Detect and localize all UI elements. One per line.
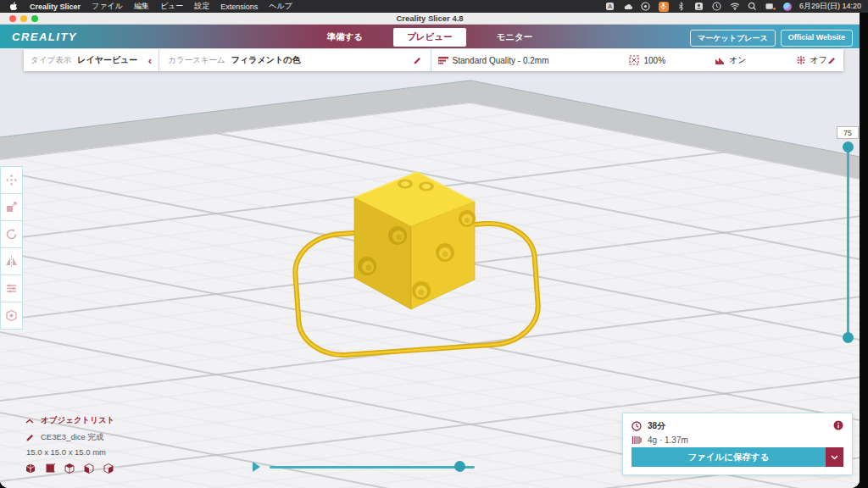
print-settings-section[interactable]: Standard Quality - 0.2mm 100% オン オフ (431, 49, 843, 71)
object-list: オブジェクトリスト CE3E3_dice 完成 15.0 x 15.0 x 15… (25, 415, 115, 474)
playback-track[interactable] (270, 466, 475, 469)
layer-slider-track[interactable] (847, 146, 849, 337)
fast-user-switch-icon[interactable] (765, 2, 776, 12)
per-model-settings-tool-button[interactable] (0, 275, 23, 302)
object-list-title: オブジェクトリスト (41, 415, 115, 426)
menubar-app-name[interactable]: Creality Slicer (30, 3, 81, 11)
window-title: Creality Slicer 4.8 (0, 14, 860, 23)
adhesion-icon (796, 55, 806, 65)
mirror-tool-button[interactable] (0, 248, 23, 275)
menu-extensions[interactable]: Extensions (220, 3, 258, 11)
view-type-section[interactable]: タイプ表示 レイヤービュー ‹ (24, 49, 159, 71)
menu-settings[interactable]: 設定 (194, 1, 209, 12)
view-right-icon[interactable] (103, 463, 114, 474)
chevron-down-icon (831, 455, 838, 460)
settings-toolbar: タイプ表示 レイヤービュー ‹ カラースキーム フィラメントの色 Standar… (24, 49, 843, 71)
save-dropdown-button[interactable] (826, 447, 843, 467)
tab-monitor[interactable]: モニター (488, 28, 542, 47)
adhesion-setting[interactable]: オフ (796, 54, 827, 66)
tab-preview[interactable]: プレビュー (393, 28, 465, 47)
clock-icon[interactable] (712, 2, 722, 12)
view-left-icon[interactable] (84, 463, 94, 474)
save-button-group: ファイルに保存する (632, 447, 843, 467)
model-tools (0, 166, 22, 330)
playback-handle[interactable] (454, 461, 465, 472)
support-setting[interactable]: オン (715, 54, 746, 66)
menu-help[interactable]: ヘルプ (269, 1, 292, 12)
support-icon (715, 56, 725, 65)
apple-icon[interactable] (8, 2, 19, 12)
display-icon[interactable] (694, 2, 704, 12)
save-to-file-button[interactable]: ファイルに保存する (632, 447, 826, 467)
menubar-datetime[interactable]: 6月29日(日) 14:20 (799, 1, 861, 12)
infill-setting[interactable]: 100% (629, 55, 665, 65)
mic-icon[interactable] (659, 2, 669, 12)
color-scheme-value[interactable]: フィラメントの色 (231, 54, 301, 66)
marketplace-button[interactable]: マーケットプレース (690, 30, 775, 47)
search-icon[interactable] (748, 2, 758, 12)
print-info-panel: 38分 4g · 1.37m ファイルに保存する (622, 413, 853, 475)
info-icon[interactable] (833, 420, 843, 432)
color-scheme-label: カラースキーム (168, 55, 225, 66)
play-icon[interactable] (253, 462, 260, 472)
filament-icon (632, 435, 642, 445)
layer-number-badge: 75 (837, 126, 859, 139)
view-3d-icon[interactable] (25, 463, 36, 474)
view-type-value[interactable]: レイヤービュー (77, 54, 137, 66)
headset-icon[interactable] (641, 2, 651, 12)
screen: Creality Slicer ファイル 編集 ビュー 設定 Extension… (0, 0, 868, 488)
object-list-item[interactable]: CE3E3_dice 完成 (25, 432, 115, 443)
input-source-icon[interactable]: A (605, 2, 615, 12)
wifi-icon[interactable] (730, 2, 740, 12)
view-top-icon[interactable] (64, 463, 75, 474)
menu-view[interactable]: ビュー (160, 1, 183, 12)
print-time-clock-icon (632, 421, 642, 431)
material-usage: 4g · 1.37m (648, 435, 688, 445)
app-window: Creality Slicer 4.8 CREALITY 準備する プレビュー … (0, 13, 860, 488)
object-dimensions: 15.0 x 15.0 x 15.0 mm (26, 447, 115, 457)
rotate-tool-button[interactable] (0, 221, 23, 248)
print-profile[interactable]: Standard Quality - 0.2mm (438, 56, 549, 65)
layer-slider-lower-handle[interactable] (843, 332, 854, 343)
view-type-label: タイプ表示 (31, 55, 71, 66)
support-blocker-tool-button[interactable] (0, 302, 23, 330)
tab-prepare[interactable]: 準備する (319, 28, 372, 47)
object-name: CE3E3_dice 完成 (41, 432, 103, 443)
view-front-icon[interactable] (45, 463, 55, 474)
rename-pencil-icon (25, 433, 35, 442)
edit-settings-pencil-icon[interactable] (827, 56, 837, 65)
quality-icon (438, 56, 448, 65)
move-tool-button[interactable] (0, 166, 23, 194)
view-orientation-buttons (25, 463, 115, 474)
print-time: 38分 (648, 420, 665, 432)
cloud-icon[interactable] (623, 2, 633, 12)
menu-bar: Creality Slicer ファイル 編集 ビュー 設定 Extension… (0, 0, 868, 13)
menu-edit[interactable]: 編集 (134, 1, 149, 12)
siri-icon[interactable] (783, 3, 792, 11)
color-scheme-section[interactable]: カラースキーム フィラメントの色 (159, 49, 430, 71)
svg-text:A: A (609, 3, 613, 9)
chevron-left-icon[interactable]: ‹ (148, 55, 152, 66)
infill-icon (629, 55, 639, 65)
chevron-up-icon (25, 419, 34, 424)
app-header: CREALITY 準備する プレビュー モニター マーケットプレース Offic… (0, 25, 860, 49)
layer-slider-upper-handle[interactable] (843, 141, 854, 152)
edit-pencil-icon[interactable] (413, 56, 422, 65)
title-bar: Creality Slicer 4.8 (0, 13, 860, 25)
object-list-header[interactable]: オブジェクトリスト (25, 415, 115, 426)
menu-file[interactable]: ファイル (92, 1, 123, 12)
scale-tool-button[interactable] (0, 194, 23, 221)
bluetooth-icon[interactable] (676, 2, 687, 12)
official-website-button[interactable]: Official Website (781, 30, 853, 47)
